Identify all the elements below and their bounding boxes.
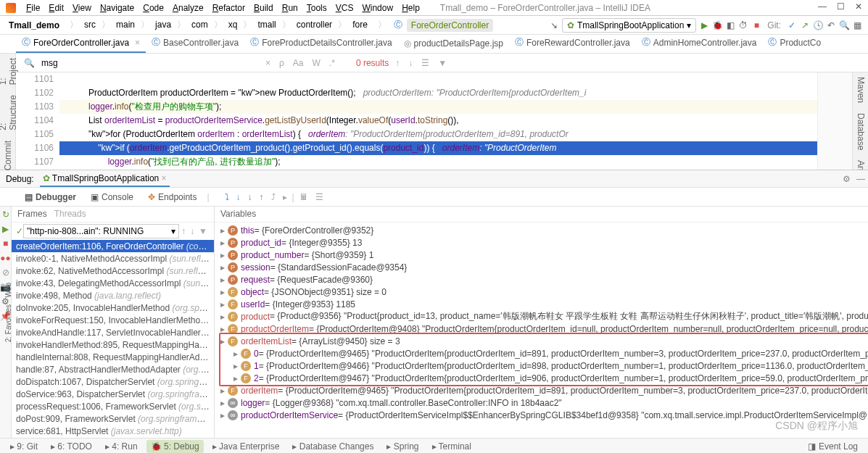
- frame-item[interactable]: doDispatch:1067, DispatcherServlet (org.…: [12, 375, 214, 388]
- step-icon[interactable]: ↘: [549, 20, 559, 30]
- filter-frame-icon[interactable]: ▼: [197, 226, 210, 236]
- frame-item[interactable]: invokeAndHandle:117, ServletInvocableHan…: [12, 326, 214, 338]
- frame-item[interactable]: handle:87, AbstractHandlerMethodAdapter …: [12, 363, 214, 375]
- regex-icon[interactable]: ρ: [277, 58, 286, 68]
- variable-row[interactable]: ▸Pthis = {ForeOrderController@9352}: [215, 224, 868, 236]
- debug-icon[interactable]: 🐞: [712, 20, 722, 30]
- tab-console[interactable]: ▣ Console: [86, 190, 138, 204]
- words-icon[interactable]: W: [310, 58, 323, 68]
- prev-frame-icon[interactable]: ↑: [179, 226, 188, 236]
- minimize-icon[interactable]: —: [818, 1, 827, 12]
- menu-run[interactable]: Run: [278, 1, 302, 14]
- git-rollback-icon[interactable]: ↶: [826, 20, 836, 30]
- frame-item[interactable]: service:883, FrameworkServlet (org.sprin…: [12, 437, 214, 438]
- tool-tab[interactable]: 2: Favorites: [4, 304, 12, 342]
- status-tab[interactable]: ▸ 9: Git: [6, 440, 42, 453]
- trace-icon[interactable]: ☰: [313, 192, 326, 202]
- evaluate-icon[interactable]: 🖩: [297, 192, 310, 202]
- filter-icon[interactable]: ▼: [436, 58, 449, 68]
- menu-navigate[interactable]: Navigate: [96, 1, 139, 14]
- tool-tab[interactable]: Commit: [1, 139, 15, 172]
- step-into-icon[interactable]: ↓: [234, 192, 243, 202]
- breadcrumb-part[interactable]: src: [81, 18, 99, 31]
- menu-file[interactable]: File: [22, 1, 44, 14]
- run-to-cursor-icon[interactable]: ▸: [281, 192, 289, 202]
- variable-row[interactable]: ▸Prequest = {RequestFacade@9360}: [215, 273, 868, 286]
- project-structure-icon[interactable]: ▦: [852, 20, 862, 30]
- git-history-icon[interactable]: 🕓: [813, 20, 823, 30]
- run-icon[interactable]: ▶: [699, 20, 709, 30]
- stop-icon[interactable]: ■: [751, 20, 761, 30]
- frame-item[interactable]: invoke0:-1, NativeMethodAccessorImpl (su…: [12, 252, 214, 265]
- force-step-into-icon[interactable]: ↓: [246, 192, 255, 202]
- tab-endpoints[interactable]: ✥ Endpoints: [144, 190, 201, 204]
- case-icon[interactable]: Aa: [291, 58, 306, 68]
- status-tab[interactable]: ▸ Database Changes: [288, 440, 378, 453]
- menu-vcs[interactable]: VCS: [331, 1, 358, 14]
- search-input[interactable]: [41, 58, 259, 68]
- gear-icon[interactable]: ⚙: [843, 174, 851, 184]
- menu-analyze[interactable]: Analyze: [168, 1, 208, 14]
- menu-edit[interactable]: Edit: [44, 1, 68, 14]
- breakpoints-icon[interactable]: ●●: [0, 253, 11, 263]
- drop-frame-icon[interactable]: ⤴: [269, 192, 278, 202]
- close-icon[interactable]: ✕: [855, 1, 862, 12]
- variable-row[interactable]: ▸Fobject = {JSONObject@9351} size = 0: [215, 286, 868, 298]
- maximize-icon[interactable]: ☐: [837, 1, 845, 12]
- status-tab[interactable]: ▸ Java Enterprise: [208, 440, 284, 453]
- variable-row[interactable]: ▸∞logger = {Logger@9368} "com.xq.tmall.c…: [215, 396, 868, 409]
- tab-debugger[interactable]: ▤ Debugger: [20, 190, 80, 204]
- git-push-icon[interactable]: ↗: [800, 20, 810, 30]
- hide-icon[interactable]: —: [856, 174, 865, 184]
- rerun-icon[interactable]: ↻: [2, 209, 9, 220]
- breadcrumb-part[interactable]: fore: [350, 18, 371, 31]
- threads-label[interactable]: Threads: [54, 209, 86, 220]
- tool-tab[interactable]: Database: [854, 112, 867, 151]
- editor-tab[interactable]: ◎productDetailsPage.jsp: [398, 36, 509, 53]
- breadcrumb-part[interactable]: com: [189, 18, 211, 31]
- next-frame-icon[interactable]: ↓: [188, 226, 197, 236]
- coverage-icon[interactable]: ◧: [725, 20, 735, 30]
- regex2-icon[interactable]: .*: [327, 58, 337, 68]
- frame-item[interactable]: invokeForRequest:150, InvocableHandlerMe…: [12, 314, 214, 326]
- status-tab[interactable]: 🐞 5: Debug: [146, 440, 204, 453]
- project-name[interactable]: Tmall_demo: [6, 19, 62, 32]
- variable-row[interactable]: ▸FproductOrderItem = {ProductOrderItem@9…: [215, 323, 868, 335]
- menu-build[interactable]: Build: [249, 1, 278, 14]
- menu-help[interactable]: Help: [397, 1, 424, 14]
- prev-icon[interactable]: ↑: [393, 58, 402, 68]
- frame-item[interactable]: service:681, HttpServlet (javax.servlet.…: [12, 425, 214, 437]
- editor-tab[interactable]: ⒸForeProductDetailsController.java: [244, 35, 397, 53]
- editor-tab[interactable]: ⒸAdminHomeController.java: [636, 35, 763, 53]
- status-tab[interactable]: ▸ 4: Run: [101, 440, 142, 453]
- variable-row[interactable]: ▸ForderItemList = {ArrayList@9450} size …: [215, 335, 868, 347]
- frame-item[interactable]: createOrderItem:1106, ForeOrderControlle…: [12, 240, 214, 252]
- frame-item[interactable]: invoke:498, Method (java.lang.reflect): [12, 289, 214, 302]
- next-icon[interactable]: ↓: [406, 58, 415, 68]
- menu-refactor[interactable]: Refactor: [208, 1, 249, 14]
- sel-all-icon[interactable]: ☰: [419, 58, 431, 68]
- variable-row[interactable]: ▸F2 = {ProductOrderItem@9467} "ProductOr…: [215, 372, 868, 384]
- breadcrumb-part[interactable]: main: [113, 18, 138, 31]
- code-editor[interactable]: 1101110211031104110511061107 ProductOrde…: [16, 72, 868, 170]
- variable-row[interactable]: ▸F1 = {ProductOrderItem@9466} "ProductOr…: [215, 360, 868, 372]
- event-log-tab[interactable]: ◨ Event Log: [803, 440, 862, 453]
- breadcrumb-part[interactable]: tmall: [255, 18, 278, 31]
- frame-item[interactable]: handleInternal:808, RequestMappingHandle…: [12, 351, 214, 363]
- variable-row[interactable]: ▸ForderItem = {ProductOrderItem@9465} "P…: [215, 384, 868, 396]
- search-icon[interactable]: 🔍: [839, 20, 849, 30]
- frame-item[interactable]: doInvoke:205, InvocableHandlerMethod (or…: [12, 302, 214, 314]
- step-out-icon[interactable]: ↑: [257, 192, 266, 202]
- frame-item[interactable]: processRequest:1006, FrameworkServlet (o…: [12, 400, 214, 412]
- editor-tab[interactable]: ⒸForeRewardController.java: [509, 35, 636, 53]
- mute-bp-icon[interactable]: ⊘: [2, 267, 9, 278]
- tool-tab[interactable]: Maven: [854, 75, 867, 104]
- resume-icon[interactable]: ▶: [2, 224, 9, 234]
- breadcrumb-part[interactable]: xq: [226, 18, 241, 31]
- variable-row[interactable]: ▸∞productOrderItemService = {ProductOrde…: [215, 409, 868, 421]
- variable-row[interactable]: ▸F0 = {ProductOrderItem@9465} "ProductOr…: [215, 347, 868, 360]
- breadcrumb-current[interactable]: ForeOrderController: [407, 19, 493, 32]
- debug-session-tab[interactable]: ✿ TmallSpringBootApplication ×: [40, 171, 170, 187]
- frame-item[interactable]: invokeHandlerMethod:895, RequestMappingH…: [12, 338, 214, 351]
- editor-tab[interactable]: ⒸBaseController.java: [146, 35, 244, 53]
